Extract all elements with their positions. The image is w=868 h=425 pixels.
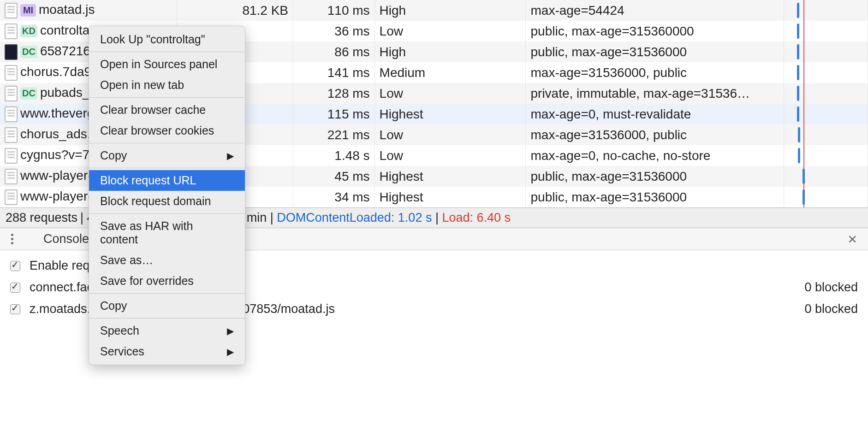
cache-control: max-age=31536000, public: [526, 62, 784, 83]
block-pattern-checkbox[interactable]: [10, 283, 20, 293]
request-name: moatad.js: [39, 2, 95, 17]
request-name: controlta: [40, 23, 89, 37]
waterfall-cell: [784, 104, 868, 124]
request-time: 86 ms: [293, 41, 375, 62]
request-priority: Low: [375, 83, 526, 104]
cache-control: max-age=31536000, public: [526, 124, 784, 145]
enable-blocking-label: Enable requ: [30, 259, 97, 273]
file-icon: [5, 44, 18, 60]
block-pattern-count: 0 blocked: [804, 302, 858, 316]
requests-count: 288 requests: [6, 211, 77, 225]
waterfall-bar: [798, 127, 800, 142]
menu-open-sources[interactable]: Open in Sources panel: [89, 54, 245, 75]
menu-block-domain[interactable]: Block request domain: [89, 191, 245, 212]
menu-save-har[interactable]: Save as HAR with content: [89, 216, 245, 250]
chevron-right-icon: ▶: [227, 346, 234, 357]
block-pattern-checkbox[interactable]: [10, 304, 20, 314]
waterfall-bar: [798, 148, 800, 163]
file-icon: [5, 169, 18, 184]
waterfall-load-line: [803, 124, 804, 145]
request-time: 110 ms: [293, 0, 375, 21]
waterfall-bar: [803, 189, 805, 205]
menu-lookup[interactable]: Look Up "controltag": [89, 29, 245, 50]
request-name: pubads_: [40, 85, 89, 100]
kebab-menu-icon[interactable]: [6, 233, 18, 246]
chevron-right-icon: ▶: [227, 150, 234, 161]
menu-services[interactable]: Services▶: [89, 341, 245, 362]
table-row[interactable]: MImoatad.js81.2 KB110 msHighmax-age=5442…: [0, 0, 868, 21]
request-priority: Low: [375, 21, 526, 41]
file-icon: [5, 127, 18, 143]
block-pattern-url: connect.fac: [30, 280, 93, 295]
waterfall-cell: [784, 187, 868, 207]
menu-speech[interactable]: Speech▶: [89, 320, 245, 341]
menu-block-url[interactable]: Block request URL: [89, 170, 245, 191]
waterfall-bar: [797, 106, 799, 122]
cache-control: public, max-age=31536000: [526, 41, 784, 62]
request-time: 128 ms: [293, 83, 375, 104]
request-time: 34 ms: [293, 187, 375, 207]
waterfall-cell: [784, 124, 868, 145]
waterfall-cell: [784, 21, 868, 41]
request-priority: Highest: [375, 104, 526, 124]
domain-badge: MI: [20, 4, 36, 17]
context-menu: Look Up "controltag" Open in Sources pan…: [89, 26, 245, 365]
menu-clear-cookies[interactable]: Clear browser cookies: [89, 120, 245, 141]
waterfall-bar: [797, 86, 799, 101]
menu-copy-2[interactable]: Copy: [89, 295, 245, 316]
menu-save-overrides[interactable]: Save for overrides: [89, 271, 245, 291]
waterfall-load-line: [803, 21, 804, 41]
cache-control: public, max-age=31536000: [526, 187, 784, 207]
waterfall-load-line: [803, 104, 804, 124]
waterfall-bar: [803, 169, 805, 184]
request-time: 221 ms: [293, 124, 375, 145]
request-priority: Low: [375, 145, 526, 166]
file-icon: [5, 106, 18, 122]
domcontentloaded: DOMContentLoaded: 1.02 s: [277, 211, 432, 225]
file-icon: [5, 3, 18, 18]
waterfall-cell: [784, 166, 868, 187]
file-icon: [5, 86, 18, 101]
status-min: min |: [247, 211, 273, 225]
cache-control: private, immutable, max-age=31536…: [526, 83, 784, 104]
file-icon: [5, 65, 18, 81]
enable-blocking-checkbox[interactable]: [10, 261, 20, 271]
menu-clear-cache[interactable]: Clear browser cache: [89, 100, 245, 120]
waterfall-load-line: [803, 0, 804, 21]
domain-badge: DC: [20, 87, 37, 100]
waterfall-bar: [797, 24, 799, 39]
menu-open-tab[interactable]: Open in new tab: [89, 75, 245, 95]
request-name: www-player-: [20, 189, 92, 203]
load-time: Load: 6.40 s: [442, 211, 511, 225]
request-name: www.theverg: [20, 106, 94, 120]
request-time: 141 ms: [293, 62, 375, 83]
menu-save-as[interactable]: Save as…: [89, 250, 245, 271]
waterfall-load-line: [803, 62, 804, 83]
request-priority: Highest: [375, 187, 526, 207]
domain-badge: KD: [20, 25, 37, 37]
waterfall-cell: [784, 83, 868, 104]
request-name: chorus_ads.: [20, 127, 91, 141]
waterfall-load-line: [803, 83, 804, 104]
waterfall-bar: [797, 44, 799, 59]
waterfall-bar: [797, 65, 799, 80]
waterfall-bar: [797, 3, 799, 18]
waterfall-cell: [784, 41, 868, 62]
menu-copy[interactable]: Copy▶: [89, 145, 245, 166]
waterfall-cell: [784, 0, 868, 21]
request-time: 1.48 s: [293, 145, 375, 166]
request-name: chorus.7da9: [20, 65, 91, 79]
waterfall-load-line: [803, 145, 804, 166]
request-priority: High: [375, 41, 526, 62]
cache-control: max-age=0, no-cache, no-store: [526, 145, 784, 166]
waterfall-cell: [784, 145, 868, 166]
chevron-right-icon: ▶: [227, 325, 234, 336]
request-time: 36 ms: [293, 21, 375, 41]
file-icon: [5, 24, 18, 39]
cache-control: max-age=0, must-revalidate: [526, 104, 784, 124]
cache-control: max-age=54424: [526, 0, 784, 21]
waterfall-load-line: [803, 41, 804, 62]
request-name: 6587216: [40, 44, 90, 58]
request-time: 45 ms: [293, 166, 375, 187]
close-icon[interactable]: ×: [848, 230, 862, 248]
